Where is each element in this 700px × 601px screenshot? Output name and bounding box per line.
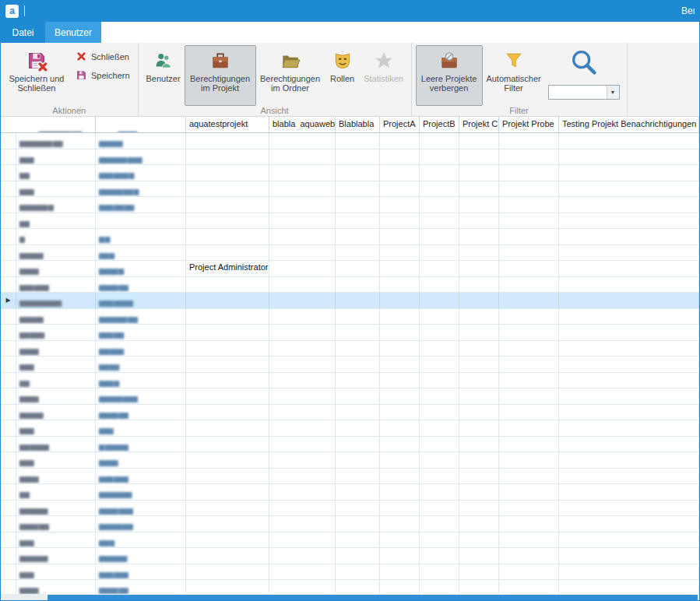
column-header-user[interactable]: ▆▆▆▆▆▆▆ ▆▆ (1, 117, 96, 133)
cell-user-name[interactable]: ▆▆▆ ▆▆▆ (16, 277, 96, 293)
cell-project-permission[interactable] (459, 165, 499, 181)
cell-project-permission[interactable] (380, 580, 420, 596)
cell-project-permission[interactable] (380, 357, 420, 372)
cell-project-permission[interactable] (559, 309, 699, 325)
cell-project-permission[interactable] (459, 484, 499, 500)
cell-project-permission[interactable] (269, 357, 336, 372)
column-header-project[interactable]: ProjectB (420, 117, 459, 133)
cell-project-permission[interactable] (380, 501, 420, 516)
cell-project-permission[interactable] (269, 341, 336, 357)
cell-project-permission[interactable] (559, 149, 699, 165)
cell-user-login[interactable]: ▆▆▆ (96, 420, 186, 436)
tab-benutzer[interactable]: Benutzer (45, 22, 101, 43)
cell-project-permission[interactable]: Project Administrator (186, 261, 269, 276)
cell-project-permission[interactable] (336, 405, 380, 420)
cell-project-permission[interactable] (269, 325, 336, 340)
column-header-project[interactable]: Testing Projekt Benachrichtigungen (559, 117, 699, 133)
cell-user-login[interactable]: ▆▆▆▆ (96, 452, 186, 468)
cell-project-permission[interactable] (336, 437, 380, 452)
cell-project-permission[interactable] (380, 373, 420, 388)
cell-project-permission[interactable] (459, 309, 499, 325)
cell-project-permission[interactable] (336, 388, 380, 404)
table-row[interactable]: ▆▆▆▆▆▆ (1, 420, 699, 437)
cell-project-permission[interactable] (420, 548, 459, 564)
cell-project-permission[interactable] (559, 229, 699, 244)
cell-project-permission[interactable] (420, 420, 459, 436)
cell-project-permission[interactable] (499, 580, 559, 596)
cell-project-permission[interactable] (186, 532, 269, 548)
cell-project-permission[interactable] (380, 548, 420, 564)
table-row[interactable]: ▆▆▆▆▆▆▆▆▆▆ ▆▆▆ (1, 501, 699, 517)
cell-project-permission[interactable] (559, 357, 699, 372)
cell-project-permission[interactable] (336, 501, 380, 516)
cell-project-permission[interactable] (559, 325, 699, 340)
cell-project-permission[interactable] (420, 388, 459, 404)
cell-project-permission[interactable] (380, 405, 420, 420)
cell-project-permission[interactable] (420, 373, 459, 388)
cell-project-permission[interactable] (336, 133, 380, 149)
cell-project-permission[interactable] (499, 197, 559, 213)
cell-project-permission[interactable] (336, 357, 380, 372)
cell-project-permission[interactable] (186, 564, 269, 580)
cell-project-permission[interactable] (499, 405, 559, 420)
table-row[interactable]: ▆▆▆▆▆▆▆▆ ▆Project Administrator (1, 261, 699, 277)
cell-project-permission[interactable] (499, 181, 559, 197)
cell-project-permission[interactable] (380, 261, 420, 276)
cell-project-permission[interactable] (269, 437, 336, 452)
cell-project-permission[interactable] (186, 548, 269, 564)
cell-project-permission[interactable] (459, 245, 499, 261)
cell-project-permission[interactable] (420, 261, 459, 276)
cell-project-permission[interactable] (499, 213, 559, 229)
cell-project-permission[interactable] (269, 133, 336, 149)
cell-project-permission[interactable] (420, 341, 459, 357)
cell-project-permission[interactable] (559, 564, 699, 580)
cell-user-name[interactable]: ▆▆▆▆▆▆ (16, 548, 96, 564)
cell-project-permission[interactable] (559, 133, 699, 149)
cell-user-login[interactable]: ▆▆▆ ▆▆▆ ▆ (96, 165, 186, 181)
close-button[interactable]: Schließen (73, 50, 132, 64)
table-row[interactable]: ▆▆▆▆▆▆▆▆▆ ▆▆▆ (1, 149, 699, 166)
cell-user-name[interactable]: ▆▆▆▆ (16, 261, 96, 276)
cell-project-permission[interactable] (559, 197, 699, 213)
cell-user-login[interactable]: ▆▆▆ ▆▆ ▆▆ (96, 197, 186, 213)
cell-project-permission[interactable] (186, 388, 269, 404)
cell-project-permission[interactable] (336, 261, 380, 276)
cell-project-permission[interactable] (559, 452, 699, 468)
cell-project-permission[interactable] (186, 133, 269, 149)
cell-project-permission[interactable] (499, 325, 559, 340)
cell-project-permission[interactable] (380, 181, 420, 197)
cell-project-permission[interactable] (499, 293, 559, 308)
cell-user-login[interactable]: ▆ ▆ (96, 229, 186, 244)
cell-project-permission[interactable] (459, 149, 499, 165)
cell-project-permission[interactable] (499, 309, 559, 325)
cell-project-permission[interactable] (269, 469, 336, 484)
cell-project-permission[interactable] (380, 484, 420, 500)
cell-project-permission[interactable] (420, 405, 459, 420)
cell-project-permission[interactable] (499, 341, 559, 357)
cell-project-permission[interactable] (269, 277, 336, 293)
cell-project-permission[interactable] (336, 564, 380, 580)
cell-project-permission[interactable] (269, 484, 336, 500)
cell-project-permission[interactable] (559, 580, 699, 596)
cell-user-name[interactable]: ▆▆ ▆▆▆▆ (16, 437, 96, 452)
cell-project-permission[interactable] (499, 149, 559, 165)
cell-project-permission[interactable] (459, 580, 499, 596)
cell-user-name[interactable]: ▆▆▆ (16, 452, 96, 468)
users-button[interactable]: Benutzer (142, 45, 185, 106)
cell-user-login[interactable]: ▆▆▆ ▆▆▆▆ (96, 293, 186, 308)
cell-project-permission[interactable] (186, 437, 269, 452)
cell-project-permission[interactable] (336, 420, 380, 436)
cell-project-permission[interactable] (459, 213, 499, 229)
cell-user-login[interactable]: ▆▆▆▆ ▆▆ (96, 405, 186, 420)
cell-project-permission[interactable] (269, 229, 336, 244)
cell-project-permission[interactable] (559, 293, 699, 308)
cell-project-permission[interactable] (269, 197, 336, 213)
table-row[interactable]: ▆▆ ▆ (1, 229, 699, 245)
hide-empty-projects-button[interactable]: Leere Projekte verbergen (416, 45, 483, 106)
cell-project-permission[interactable] (336, 484, 380, 500)
save-button[interactable]: Speichern (73, 69, 132, 83)
cell-project-permission[interactable] (459, 548, 499, 564)
cell-project-permission[interactable] (336, 373, 380, 388)
table-row[interactable]: ▆▆▆▆▆▆ ▆▆▆ (1, 564, 699, 581)
cell-project-permission[interactable] (269, 293, 336, 308)
